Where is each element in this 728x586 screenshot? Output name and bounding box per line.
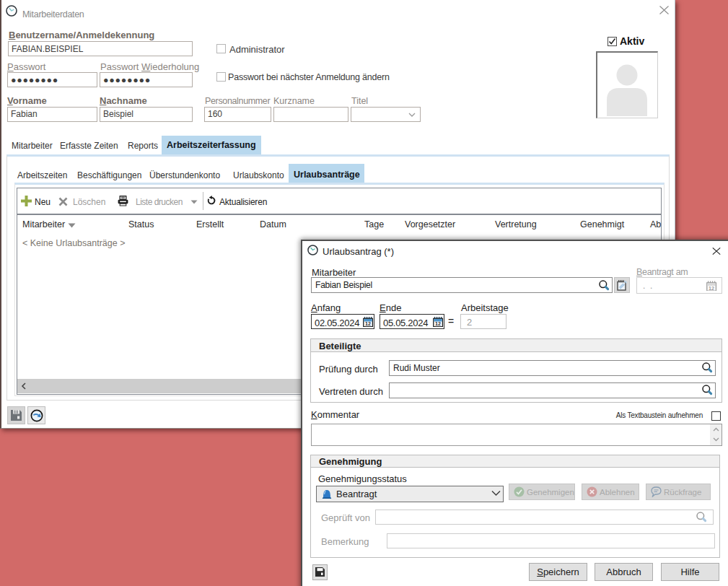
svg-text:12: 12 [709,285,714,291]
svg-text:12: 12 [365,320,371,327]
svg-text:12: 12 [435,320,441,327]
